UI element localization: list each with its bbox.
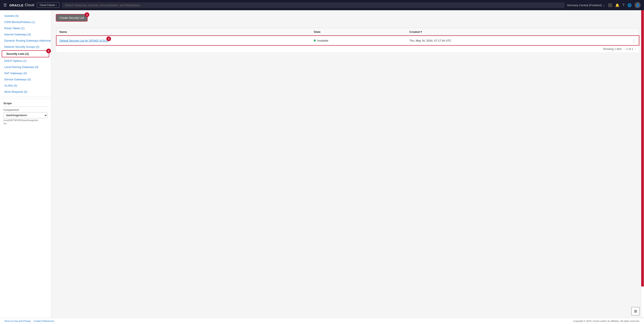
security-lists-table: Name State Created ▾ xyxy=(56,28,639,45)
pagination-prev-button[interactable]: ‹ xyxy=(624,47,624,50)
help-widget-button[interactable]: ⊞ xyxy=(631,307,640,316)
table-cell-state: Available xyxy=(311,36,406,45)
region-selector[interactable]: Germany Central (Frankfurt) ⌄ xyxy=(567,4,605,7)
table-row: Default Security List for SPOKE-VCN-C 3 … xyxy=(56,36,639,45)
compartment-hint: (root)/NETWORK/IwanHoogendo xyxy=(4,119,48,122)
created-column-label: Created xyxy=(409,30,420,34)
column-header-actions xyxy=(629,28,639,36)
sidebar-item-work-requests[interactable]: Work Requests (0) xyxy=(0,89,51,95)
status-available: Available xyxy=(314,39,404,42)
sidebar-item-nat-gateways[interactable]: NAT Gateways (0) xyxy=(0,70,51,76)
cookie-preferences-link[interactable]: Cookie Preferences xyxy=(34,320,54,322)
table-cell-menu: ⋮ xyxy=(629,36,639,45)
name-cell-wrapper: Default Security List for SPOKE-VCN-C 3 xyxy=(60,39,108,42)
table-cell-name: Default Security List for SPOKE-VCN-C 3 xyxy=(56,36,311,45)
cloud-wordmark: Cloud xyxy=(25,3,34,7)
sidebar-item-vlans[interactable]: VLANs (0) xyxy=(0,82,51,89)
sidebar-item-security-lists-label: Security Lists (1) xyxy=(6,52,29,56)
user-avatar[interactable]: 👤 xyxy=(634,2,640,8)
sidebar-item-subnets[interactable]: Subnets (0) xyxy=(0,13,51,19)
status-label: Available xyxy=(317,39,328,42)
row-name-badge: 3 xyxy=(106,36,111,41)
main-layout: Subnets (0) CIDR Blocks/Prefixes (1) Rou… xyxy=(0,10,644,318)
sidebar-item-local-peering-gateways[interactable]: Local Peering Gateways (0) xyxy=(0,64,51,70)
sidebar-item-network-security-groups[interactable]: Network Security Groups (0) xyxy=(0,44,51,50)
column-header-created[interactable]: Created ▾ xyxy=(406,28,629,36)
sidebar-item-security-lists[interactable]: Security Lists (1) 2 xyxy=(2,50,49,57)
sidebar-divider xyxy=(0,96,51,97)
column-header-name: Name xyxy=(56,28,311,36)
name-column-label: Name xyxy=(60,30,67,34)
pagination-page: 1 of 1 xyxy=(626,47,633,50)
help-widget-icon: ⊞ xyxy=(634,309,637,314)
footer-copyright: Copyright © 2024, Oracle and/or its affi… xyxy=(573,320,640,322)
hamburger-menu-icon[interactable]: ☰ xyxy=(4,3,7,8)
sidebar: Subnets (0) CIDR Blocks/Prefixes (1) Rou… xyxy=(0,10,51,318)
sidebar-item-dhcp-options[interactable]: DHCP Options (1) xyxy=(0,58,51,64)
scrollbar-thumb xyxy=(641,10,644,286)
pagination-showing: Showing 1 item xyxy=(603,47,622,50)
table-body: Default Security List for SPOKE-VCN-C 3 … xyxy=(56,36,639,45)
scope-divider xyxy=(4,106,48,107)
status-dot-available xyxy=(314,40,316,42)
topnav: ☰ ORACLE Cloud Cloud Classic › Germany C… xyxy=(0,0,644,10)
compartment-label: Compartment xyxy=(4,108,48,112)
sidebar-item-drg-attachments[interactable]: Dynamic Routing Gateways Attachments (0) xyxy=(0,38,51,44)
created-date: Thu, May 16, 2024, 07:17:34 UTC xyxy=(409,39,451,42)
sidebar-item-service-gateways[interactable]: Service Gateways (0) xyxy=(0,76,51,82)
sidebar-item-cidr-blocks[interactable]: CIDR Blocks/Prefixes (1) xyxy=(0,19,51,25)
footer-left: Terms of Use and Privacy Cookie Preferen… xyxy=(4,320,54,322)
bell-icon[interactable]: 🔔 xyxy=(615,3,620,7)
oracle-cloud-logo: ORACLE Cloud xyxy=(10,3,34,7)
row-context-menu[interactable]: ⋮ xyxy=(632,38,636,43)
compartment-hint2: orn xyxy=(4,122,48,125)
main-content: Create Security List 1 Name State xyxy=(51,10,644,318)
pagination-next-button[interactable]: › xyxy=(635,47,636,50)
table-cell-created: Thu, May 16, 2024, 07:17:34 UTC xyxy=(406,36,629,45)
help-icon[interactable]: ? xyxy=(622,3,624,7)
footer: Terms of Use and Privacy Cookie Preferen… xyxy=(0,318,644,324)
terminal-icon[interactable]: ⬛ xyxy=(608,3,612,7)
column-header-state: State xyxy=(311,28,406,36)
compartment-select[interactable]: IwanHoogendoorn xyxy=(4,112,48,118)
create-button-badge: 1 xyxy=(84,12,89,17)
security-list-link[interactable]: Default Security List for SPOKE-VCN-C xyxy=(60,39,108,42)
content-inner: Create Security List 1 Name State xyxy=(51,10,644,56)
scope-title: Scope xyxy=(4,102,48,105)
create-button-wrapper: Create Security List 1 xyxy=(56,14,87,24)
sidebar-item-internet-gateways[interactable]: Internet Gateways (0) xyxy=(0,31,51,38)
security-lists-table-container: Name State Created ▾ xyxy=(56,28,639,52)
region-label: Germany Central (Frankfurt) xyxy=(567,4,602,7)
sort-icon: ▾ xyxy=(420,30,422,34)
globe-icon[interactable]: 🌐 xyxy=(628,3,632,7)
topnav-right-actions: Germany Central (Frankfurt) ⌄ ⬛ 🔔 ? 🌐 👤 xyxy=(567,2,640,8)
state-column-label: State xyxy=(314,30,320,34)
sidebar-item-security-lists-wrapper: Security Lists (1) 2 xyxy=(1,50,50,57)
table-header-row: Name State Created ▾ xyxy=(56,28,639,36)
terms-link[interactable]: Terms of Use and Privacy xyxy=(4,320,31,322)
table-header: Name State Created ▾ xyxy=(56,28,639,36)
create-security-list-button[interactable]: Create Security List xyxy=(56,14,87,21)
global-search-input[interactable] xyxy=(62,2,564,8)
oracle-wordmark: ORACLE xyxy=(10,4,24,7)
sidebar-security-lists-badge: 2 xyxy=(46,48,51,53)
cloud-classic-button[interactable]: Cloud Classic › xyxy=(37,2,60,8)
scope-section: Scope Compartment IwanHoogendoorn (root)… xyxy=(0,98,51,128)
scrollbar-track[interactable] xyxy=(641,10,644,317)
pagination: Showing 1 item ‹ 1 of 1 › xyxy=(56,45,639,52)
sidebar-item-route-tables[interactable]: Route Tables (1) xyxy=(0,25,51,31)
chevron-down-icon: ⌄ xyxy=(603,4,605,7)
